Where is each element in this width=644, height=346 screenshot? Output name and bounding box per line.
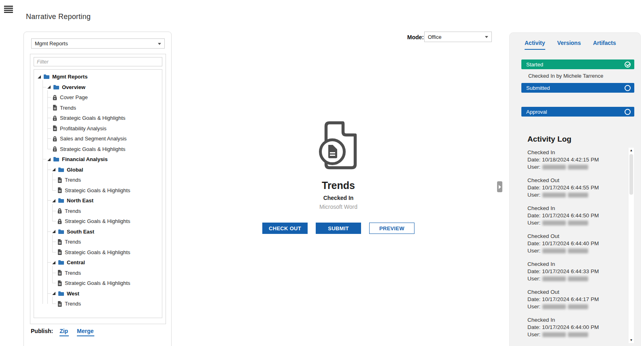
tree-expanded-caret-icon[interactable]: [52, 292, 55, 295]
doclet-application: Microsoft Word: [257, 204, 419, 210]
tree-expanded-caret-icon[interactable]: [52, 199, 55, 202]
publish-row: Publish: Zip Merge: [31, 328, 101, 334]
tree-expanded-caret-icon[interactable]: [38, 75, 41, 79]
activity-log-heading: Activity Log: [527, 135, 572, 144]
folder-icon: [43, 74, 50, 79]
tree-item-label: Strategic Goals & Highlights: [65, 280, 130, 286]
entry-date: Date: 10/17/2024 6:44:33 PM: [527, 268, 627, 275]
tree-expanded-caret-icon[interactable]: [52, 261, 55, 264]
check-out-button[interactable]: CHECK OUT: [262, 223, 308, 234]
tree-item-trends[interactable]: Trends: [52, 268, 162, 278]
tab-versions[interactable]: Versions: [557, 40, 581, 50]
redacted-user-name: [568, 332, 588, 337]
tree-item-global[interactable]: Global: [47, 165, 162, 175]
lock-icon: [57, 218, 62, 225]
tree-item-trends[interactable]: Trends: [52, 206, 162, 217]
tree-item-strategic-goals-highlights[interactable]: Strategic Goals & Highlights: [52, 216, 162, 227]
redacted-user-name: [542, 248, 566, 253]
entry-action: Checked In: [527, 205, 627, 212]
redacted-user-name: [542, 221, 566, 225]
tree-item-strategic-goals-highlights[interactable]: Strategic Goals & Highlights: [47, 144, 162, 155]
chevron-right-icon: [499, 185, 501, 189]
doclet-icon: [57, 239, 62, 245]
tree-item-financial-analysis[interactable]: Financial Analysis: [43, 154, 162, 165]
tree-expanded-caret-icon[interactable]: [47, 85, 51, 89]
tree-item-south-east[interactable]: South East: [47, 227, 162, 237]
doclet-icon: [57, 177, 62, 183]
tree-connector: [47, 118, 51, 118]
activity-log-entry: Checked OutDate: 10/17/2024 6:44:55 PMUs…: [527, 177, 627, 199]
preview-button[interactable]: PREVIEW: [369, 223, 414, 234]
tree-item-cover-page[interactable]: Cover Page: [47, 92, 162, 103]
tree-children: OverviewCover PageTrendsStrategic Goals …: [43, 82, 162, 309]
lock-icon: [52, 146, 57, 152]
entry-user: User:: [527, 303, 627, 310]
publish-merge-link[interactable]: Merge: [77, 328, 94, 336]
folder-icon: [58, 260, 64, 265]
workflow-stage-approval: Approval: [521, 107, 634, 117]
stage-spacer: [521, 93, 634, 107]
entry-date: Date: 10/17/2024 6:44:50 PM: [527, 212, 627, 219]
tab-artifacts[interactable]: Artifacts: [593, 40, 616, 50]
tree-item-central[interactable]: Central: [47, 257, 162, 268]
tree-item-trends[interactable]: Trends: [52, 175, 162, 185]
scroll-up-icon[interactable]: ▲: [629, 149, 634, 153]
filter-input[interactable]: [34, 57, 162, 66]
workflow-stage-started: Started: [521, 59, 634, 69]
tree-connector: [47, 108, 51, 108]
activity-log-entry: Checked OutDate: 10/17/2024 6:44:40 PMUs…: [527, 233, 627, 255]
scrollbar-thumb[interactable]: [629, 154, 633, 195]
tree-item-strategic-goals-highlights[interactable]: Strategic Goals & Highlights: [52, 185, 162, 196]
submit-button[interactable]: SUBMIT: [316, 223, 361, 234]
tree-children: TrendsStrategic Goals & Highlights: [52, 268, 162, 289]
doclet-actions: CHECK OUT SUBMIT PREVIEW: [257, 223, 419, 234]
activity-panel: Activity Versions Artifacts StartedCheck…: [509, 32, 641, 346]
folder-icon: [58, 198, 64, 203]
activity-log-scrollbar[interactable]: ▲ ▼: [629, 148, 634, 343]
tree-connector: [47, 200, 51, 201]
entry-date: Date: 10/17/2024 6:44:17 PM: [527, 296, 627, 303]
doclet-icon: [57, 270, 62, 276]
tree-item-label: Overview: [62, 84, 85, 90]
mode-select-value: Office: [428, 34, 442, 40]
tree-connector: [52, 242, 56, 242]
tree-item-trends[interactable]: Trends: [52, 237, 162, 247]
tree-item-trends[interactable]: Trends: [52, 299, 162, 309]
tree-item-overview[interactable]: Overview: [43, 82, 162, 93]
tree-connector: [52, 283, 56, 283]
tree-item-label: Trends: [65, 239, 81, 245]
entry-date: Date: 10/17/2024 6:44:00 PM: [527, 324, 627, 331]
tree-item-profitability-analysis[interactable]: Profitability Analysis: [47, 123, 162, 134]
tree-item-trends[interactable]: Trends: [47, 103, 162, 113]
scroll-down-icon[interactable]: ▼: [629, 338, 634, 342]
tree-item-strategic-goals-highlights[interactable]: Strategic Goals & Highlights: [52, 247, 162, 258]
tree-item-west[interactable]: West: [47, 289, 162, 299]
tree-children: TrendsStrategic Goals & Highlights: [52, 206, 162, 227]
tree-item-strategic-goals-highlights[interactable]: Strategic Goals & Highlights: [52, 278, 162, 289]
tab-activity[interactable]: Activity: [525, 40, 545, 50]
tree-children: Cover PageTrendsStrategic Goals & Highli…: [47, 92, 162, 154]
tree-children: Trends: [52, 299, 162, 309]
tree-expanded-caret-icon[interactable]: [52, 168, 55, 171]
tree-item-label: Strategic Goals & Highlights: [60, 115, 125, 121]
tree-connector: [52, 252, 56, 253]
redacted-user-name: [568, 304, 588, 309]
entry-date: Date: 10/17/2024 6:44:40 PM: [527, 240, 627, 247]
tree-item-sales-and-segment-analysis[interactable]: Sales and Segment Analysis: [47, 134, 162, 144]
tree-item-label: West: [67, 291, 79, 297]
tree-item-strategic-goals-highlights[interactable]: Strategic Goals & Highlights: [47, 113, 162, 123]
tree-expanded-caret-icon[interactable]: [52, 230, 55, 233]
tree-item-mgmt-reports[interactable]: Mgmt Reports: [38, 72, 162, 82]
publish-zip-link[interactable]: Zip: [60, 328, 69, 336]
menu-hamburger-icon[interactable]: [4, 6, 13, 13]
panel-collapse-handle[interactable]: [497, 181, 502, 192]
redacted-user-name: [542, 165, 566, 170]
mode-select[interactable]: Office: [424, 32, 492, 42]
tree-item-north-east[interactable]: North East: [47, 195, 162, 206]
tree-expanded-caret-icon[interactable]: [47, 158, 51, 161]
report-select[interactable]: Mgmt Reports: [31, 38, 165, 49]
tree-children: TrendsStrategic Goals & Highlights: [52, 175, 162, 195]
entry-date: Date: 10/17/2024 6:44:55 PM: [527, 184, 627, 191]
tree-item-label: Financial Analysis: [62, 156, 108, 162]
mode-label: Mode:: [407, 34, 424, 40]
